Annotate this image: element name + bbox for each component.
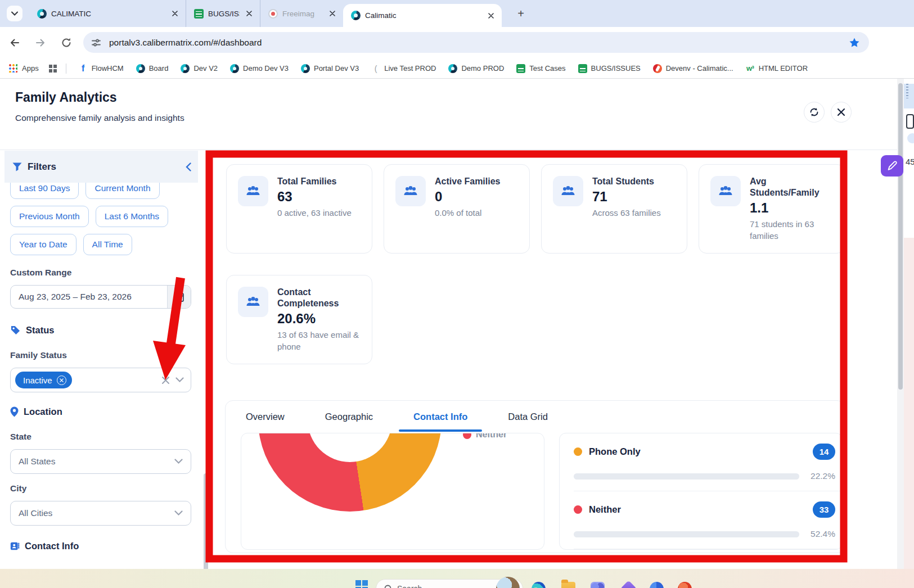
tab-close-icon[interactable]	[486, 11, 496, 21]
calendar-button[interactable]	[167, 286, 191, 308]
analytics-tab[interactable]: Data Grid	[502, 402, 553, 431]
page-scrollbar[interactable]	[897, 79, 904, 569]
tab-close-icon[interactable]	[170, 8, 180, 19]
stat-text: Avg Students/Family 1.1 71 students in 6…	[750, 176, 833, 242]
url-text[interactable]: portalv3.calibermatrix.com/#/dashboard	[109, 38, 849, 48]
browser-tab[interactable]: BUGS/ISS	[186, 0, 260, 27]
taskbar-search[interactable]: Search	[376, 579, 523, 588]
side-panel-body	[904, 238, 914, 569]
stat-value: 63	[277, 189, 352, 205]
bookmark-item[interactable]: f FlowHCM	[79, 64, 124, 73]
filters-header: Filters	[4, 151, 198, 183]
stat-value: 1.1	[750, 200, 833, 216]
family-status-select[interactable]: Inactive	[10, 368, 191, 392]
chip-remove-icon[interactable]	[57, 376, 66, 385]
address-bar[interactable]: portalv3.calibermatrix.com/#/dashboard	[83, 32, 869, 53]
bookmark-item[interactable]: Demo Dev V3	[230, 64, 289, 73]
tag-icon	[10, 325, 21, 336]
red-app-icon[interactable]	[678, 582, 692, 588]
close-button[interactable]	[831, 102, 852, 123]
analytics-tab[interactable]: Contact Info	[408, 402, 473, 431]
search-icon	[384, 585, 393, 588]
loop-app-icon[interactable]	[620, 580, 637, 588]
bookmark-item[interactable]: Demo PROD	[448, 64, 504, 73]
bookmark-favicon	[578, 64, 587, 73]
refresh-button[interactable]	[804, 102, 825, 123]
windows-start-icon[interactable]	[355, 580, 368, 588]
browser-tab[interactable]: Freeimag	[260, 0, 343, 27]
bookmark-item[interactable]: BUGS/ISSUES	[578, 64, 641, 73]
tab-title: Freeimag	[282, 10, 323, 18]
back-button[interactable]	[8, 36, 21, 49]
bookmark-label: Live Test PROD	[384, 64, 436, 73]
analytics-tab[interactable]: Geographic	[319, 402, 379, 431]
stat-icon-tile	[553, 176, 583, 206]
stat-value: 20.6%	[277, 311, 361, 327]
legend-separator	[574, 549, 842, 549]
edge-icon[interactable]	[532, 582, 546, 588]
date-range-value[interactable]: Aug 23, 2025 – Feb 23, 2026	[11, 286, 167, 308]
stat-label: Contact Completeness	[277, 287, 361, 309]
location-title: Location	[24, 406, 62, 417]
legend-dot	[574, 447, 582, 456]
legend-label: Neither	[589, 504, 806, 515]
bookmark-item[interactable]: Test Cases	[516, 64, 565, 73]
chevron-down-icon[interactable]	[175, 377, 184, 383]
file-explorer-icon[interactable]	[561, 582, 575, 588]
site-settings-icon[interactable]	[91, 38, 101, 48]
bookmark-favicon	[230, 64, 239, 73]
bookmark-item[interactable]: w³ HTML EDITOR	[746, 64, 808, 73]
stat-text: Active Families 0 0.0% of total	[435, 176, 501, 242]
tab-close-icon[interactable]	[327, 8, 337, 19]
date-range-input[interactable]: Aug 23, 2025 – Feb 23, 2026	[10, 285, 191, 309]
quick-range-button[interactable]: All Time	[83, 234, 132, 255]
analytics-tab[interactable]: Overview	[240, 402, 290, 431]
teams-icon[interactable]	[591, 582, 605, 588]
search-highlight-image[interactable]	[496, 577, 520, 588]
apps-label[interactable]: Apps	[22, 64, 39, 73]
apps-grid-icon[interactable]	[9, 64, 17, 73]
browser-tab[interactable]: CALIMATIC	[29, 0, 186, 27]
bookmark-star-icon[interactable]	[849, 37, 860, 48]
quick-range-button[interactable]: Last 6 Months	[96, 206, 168, 227]
family-status-chip[interactable]: Inactive	[15, 372, 72, 388]
reload-button[interactable]	[60, 36, 73, 49]
count-badge: 14	[813, 444, 835, 460]
donut-chart[interactable]	[258, 433, 442, 512]
bookmark-item[interactable]: Devenv - Calimatic...	[653, 64, 733, 73]
clear-select-icon[interactable]	[161, 376, 170, 385]
calendar-icon	[174, 292, 184, 302]
stat-label: Active Families	[435, 176, 501, 187]
blue-app-icon[interactable]	[650, 582, 664, 588]
bookmark-item[interactable]: Dev V2	[181, 64, 218, 73]
stat-text: Total Families 63 0 active, 63 inactive	[277, 176, 352, 242]
annotate-pencil-button[interactable]	[881, 155, 903, 177]
browser-tab[interactable]: Calimatic	[343, 4, 502, 27]
drag-handle-icon[interactable]	[906, 84, 908, 98]
forward-button[interactable]	[34, 36, 47, 49]
page-scrollbar-thumb[interactable]	[898, 83, 903, 390]
bookmark-item[interactable]: Portal Dev V3	[301, 64, 359, 73]
stat-label: Avg Students/Family	[750, 176, 833, 198]
bookmark-item[interactable]: Board	[136, 64, 169, 73]
tab-close-icon[interactable]	[244, 8, 254, 19]
tab-groups-icon[interactable]	[49, 65, 57, 73]
browser-tabs: CALIMATIC BUGS/ISS Freeimag	[29, 0, 502, 27]
bookmarks-divider	[66, 64, 66, 74]
collapse-sidebar-button[interactable]	[186, 162, 191, 171]
state-select[interactable]: All States	[10, 449, 191, 474]
quick-range-button[interactable]: Previous Month	[10, 206, 89, 227]
tab-search-button[interactable]	[7, 6, 22, 21]
percent-label: 52.4%	[808, 529, 835, 539]
city-select[interactable]: All Cities	[10, 501, 191, 526]
new-tab-button[interactable]: +	[513, 6, 529, 21]
stat-icon	[245, 294, 261, 310]
contact-info-section-header: Contact Info	[10, 541, 191, 551]
avatar	[907, 133, 914, 143]
bookmark-item[interactable]: ( Live Test PROD	[371, 64, 436, 73]
tab-title: Calimatic	[365, 11, 481, 20]
device-icon	[906, 114, 914, 129]
state-value: All States	[19, 456, 55, 467]
quick-range-button[interactable]: Year to Date	[10, 234, 76, 255]
tab-title: BUGS/ISS	[208, 10, 240, 18]
